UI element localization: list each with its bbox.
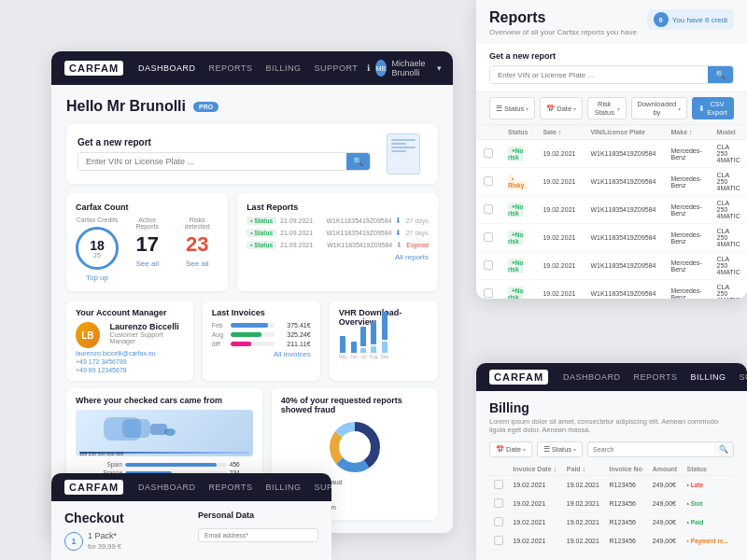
table-row[interactable]: +No risk 19.02.2021 W1K11835419Z09584 Me… bbox=[476, 196, 747, 224]
billing-check[interactable] bbox=[494, 536, 503, 545]
billing-check[interactable] bbox=[494, 498, 503, 508]
billing-row[interactable]: 19.02.2021 19.02.2021 R123456 249,00€ • … bbox=[489, 476, 734, 495]
reports-panel: Reports Overview of all your Carfax repo… bbox=[476, 0, 747, 299]
billing-col-invoice-date: Invoice Date ↕ bbox=[508, 463, 562, 476]
billing-status-arrow: ▾ bbox=[573, 446, 576, 453]
nav-logo: CARFAM bbox=[64, 61, 123, 76]
table-row[interactable]: +No risk 19.02.2021 W1K11835419Z09584 Me… bbox=[476, 224, 747, 252]
csv-icon: ⬇ bbox=[698, 105, 705, 113]
active-reports-value: 17 bbox=[126, 232, 168, 257]
nav-dashboard[interactable]: DASHBOARD bbox=[138, 63, 196, 73]
credits-value: 18 bbox=[90, 239, 105, 252]
reports-new-section: Get a new report 🔍 bbox=[476, 44, 747, 91]
billing-filters: 📅 Date ▾ ☰ Status ▾ 🔍 bbox=[489, 441, 734, 457]
filter-risk[interactable]: Risk Status ▾ bbox=[587, 97, 626, 119]
last-reports-title: Last Reports bbox=[247, 203, 429, 212]
billing-search-input[interactable] bbox=[588, 443, 714, 455]
row-check[interactable] bbox=[484, 260, 493, 270]
manager-email[interactable]: laurenzo.biccelli@carfax.eu bbox=[76, 350, 184, 357]
table-row[interactable]: +No risk 19.02.2021 W1K11835419Z09584 Me… bbox=[476, 140, 747, 168]
vhr-label-sep: Sep bbox=[380, 354, 388, 359]
invoice-val-aug: 325.24€ bbox=[278, 331, 311, 338]
fraud-donut bbox=[327, 419, 383, 475]
risks-see-all-link[interactable]: See all bbox=[176, 259, 218, 268]
report-icon-3: ⬇ bbox=[396, 241, 402, 249]
pack-row: 1 1 Pack* for 39,99 € bbox=[64, 531, 185, 551]
billing-check[interactable] bbox=[494, 517, 503, 526]
active-see-all-link[interactable]: See all bbox=[126, 259, 168, 268]
billing-row[interactable]: 19.02.2021 19.02.2021 R123456 249,00€ • … bbox=[489, 513, 734, 532]
billing-inv-date: 19.02.2021 bbox=[508, 513, 562, 532]
filter-status-arrow: ▾ bbox=[526, 105, 529, 112]
checkout-nav-billing[interactable]: BILLING bbox=[265, 483, 301, 492]
manager-phone1[interactable]: +49 172 3456789 bbox=[76, 358, 184, 365]
row-check[interactable] bbox=[484, 204, 493, 214]
email-field[interactable] bbox=[198, 528, 318, 542]
row-vin: W1K11835419Z09584 bbox=[583, 280, 663, 300]
col-status: Status bbox=[500, 125, 535, 140]
manager-phone2[interactable]: +49 89 12345678 bbox=[76, 367, 184, 373]
billing-check[interactable] bbox=[494, 480, 503, 489]
vin-search-row[interactable]: 🔍 bbox=[78, 152, 371, 171]
row-date: 19.02.2021 bbox=[535, 140, 583, 168]
last-reports-card: Last Reports • Status 21.09.2021 W1K1183… bbox=[237, 193, 438, 291]
billing-panel: CARFAM DASHBOARD REPORTS BILLING SUPPORT… bbox=[476, 363, 747, 560]
all-invoices-link[interactable]: All invoices bbox=[212, 350, 311, 358]
filter-date[interactable]: 📅 Date ▾ bbox=[540, 97, 583, 119]
billing-filter-status[interactable]: ☰ Status ▾ bbox=[537, 441, 583, 457]
billing-row[interactable]: 19.02.2021 19.02.2021 R123456 249,00€ • … bbox=[489, 532, 734, 551]
checkout-nav-logo: CARFAM bbox=[64, 480, 123, 495]
nav-right: ℹ MB Michaele Brunolli ▾ bbox=[367, 59, 442, 77]
row-make: Mercedes-Benz bbox=[664, 140, 710, 168]
billing-row[interactable]: 19.02.2021 19.02.2021 R123456 249,00€ • … bbox=[489, 495, 734, 513]
row-check[interactable] bbox=[484, 176, 493, 186]
filter-risk-label: Risk Status bbox=[594, 100, 614, 117]
billing-nav-billing[interactable]: BILLING bbox=[690, 372, 726, 382]
invoice-label-feb: Feb bbox=[212, 322, 227, 329]
greeting: Hello Mr Brunolli PRO bbox=[66, 98, 438, 115]
checkout-nav-dashboard[interactable]: DASHBOARD bbox=[138, 483, 196, 492]
report-icon-2: ⬇ bbox=[395, 229, 402, 237]
nav-billing[interactable]: BILLING bbox=[265, 63, 301, 73]
filter-status[interactable]: ☰ Status ▾ bbox=[489, 97, 535, 119]
nav-links: DASHBOARD REPORTS BILLING SUPPORT bbox=[138, 63, 358, 73]
report-days-1: 27 days bbox=[405, 217, 429, 224]
filter-date-arrow: ▾ bbox=[573, 105, 576, 112]
invoice-val-diff: 211.11€ bbox=[278, 341, 311, 347]
reports-search-input[interactable] bbox=[490, 66, 708, 83]
billing-nav-dashboard[interactable]: DASHBOARD bbox=[563, 372, 621, 382]
table-row[interactable]: • Risky 19.02.2021 W1K11835419Z09584 Mer… bbox=[476, 168, 747, 196]
table-row[interactable]: +No risk 19.02.2021 W1K11835419Z09584 Me… bbox=[476, 280, 747, 300]
reports-search-button[interactable]: 🔍 bbox=[708, 66, 733, 83]
geo-title: Where your checked cars came from bbox=[76, 396, 253, 405]
bottom-row: Your Account Manager LB Laurenzo Biccell… bbox=[66, 301, 438, 381]
carfax-count-title: Carfax Count bbox=[76, 203, 218, 212]
checkout-title: Checkout bbox=[64, 511, 185, 525]
topup-link[interactable]: Top up bbox=[76, 273, 119, 282]
row-make: Mercedes-Benz bbox=[664, 280, 710, 300]
checkout-nav-reports[interactable]: REPORTS bbox=[209, 483, 253, 492]
vin-search-input[interactable] bbox=[78, 153, 346, 170]
billing-filter-date[interactable]: 📅 Date ▾ bbox=[489, 441, 532, 457]
checkout-nav-support[interactable]: SUPPORT bbox=[314, 483, 331, 492]
reports-search-row[interactable]: 🔍 bbox=[489, 65, 734, 84]
all-reports-link[interactable]: All reports bbox=[247, 253, 429, 261]
filter-downloaded[interactable]: Downloaded by ▾ bbox=[631, 97, 688, 119]
filter-csv[interactable]: ⬇ CSV Export bbox=[692, 97, 734, 119]
report-status-3: • Status bbox=[247, 241, 276, 249]
nav-reports[interactable]: REPORTS bbox=[209, 63, 253, 73]
row-check[interactable] bbox=[484, 232, 493, 242]
vin-search-button[interactable]: 🔍 bbox=[346, 153, 370, 170]
billing-nav-reports[interactable]: REPORTS bbox=[634, 372, 678, 382]
fraud-title: 40% of your requested reports showed fra… bbox=[281, 396, 429, 414]
row-check[interactable] bbox=[484, 288, 493, 298]
billing-inv-no: R123456 bbox=[605, 513, 648, 532]
filter-downloaded-label: Downloaded by bbox=[638, 100, 677, 117]
table-row[interactable]: +No risk 19.02.2021 W1K11835419Z09584 Me… bbox=[476, 252, 747, 280]
row-check[interactable] bbox=[484, 148, 493, 158]
billing-nav-support[interactable]: SUPPORT bbox=[739, 372, 747, 382]
nav-support[interactable]: SUPPORT bbox=[314, 63, 358, 73]
reports-header: Reports Overview of all your Carfax repo… bbox=[476, 0, 747, 44]
last-invoices-title: Last Invoices bbox=[212, 308, 311, 317]
billing-nav: CARFAM DASHBOARD REPORTS BILLING SUPPORT… bbox=[476, 363, 747, 391]
